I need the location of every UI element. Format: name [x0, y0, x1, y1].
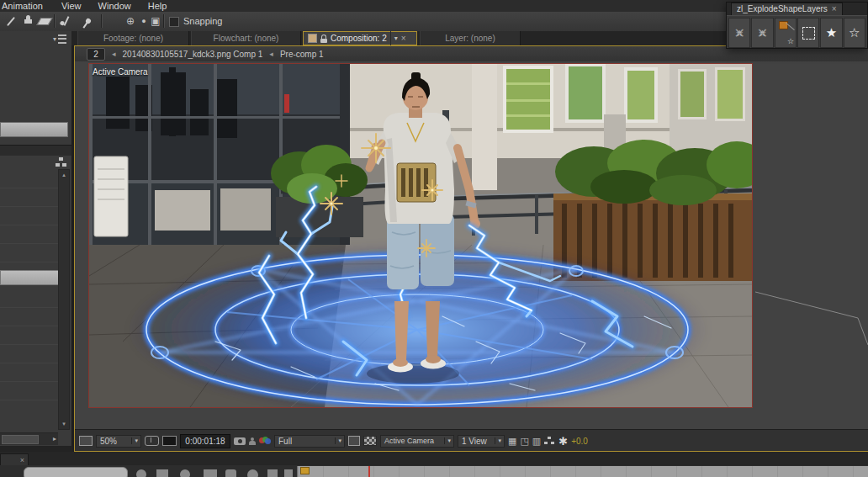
timeline-icon[interactable]: [225, 469, 236, 477]
axis-view-icon[interactable]: ▣: [148, 14, 163, 28]
star-outline-button[interactable]: ☆: [844, 18, 865, 48]
menu-animation[interactable]: Animation: [2, 0, 43, 12]
scroll-down-icon[interactable]: ▾: [59, 421, 69, 427]
scroll-right-icon[interactable]: ▸: [53, 435, 56, 443]
magnification-select[interactable]: 50% ▾: [96, 435, 141, 448]
composition-pasteboard: Active Camera: [75, 61, 868, 429]
snapping-checkbox[interactable]: [169, 17, 179, 27]
composition-viewport[interactable]: [88, 63, 753, 408]
comp-color-swatch: [308, 34, 317, 43]
roto-brush-tool-icon[interactable]: [59, 14, 74, 28]
list-item[interactable]: [0, 326, 58, 345]
list-item[interactable]: [0, 289, 58, 308]
region-of-interest-icon[interactable]: [162, 436, 177, 447]
transparency-grid-icon[interactable]: [363, 436, 377, 447]
timeline-button-icon[interactable]: ▥: [532, 436, 541, 447]
script-panel-title: zl_ExplodeShapeLayers: [737, 3, 828, 15]
flowchart-view-icon[interactable]: [56, 157, 67, 167]
menu-view[interactable]: View: [61, 0, 82, 12]
left-panel-button[interactable]: [0, 122, 68, 137]
viewer-menu-arrow-icon[interactable]: ▾: [390, 31, 398, 45]
timeline-icon[interactable]: [156, 469, 168, 477]
timeline-icon[interactable]: [204, 469, 217, 477]
list-item[interactable]: [0, 206, 58, 225]
list-item[interactable]: [0, 225, 58, 244]
breadcrumb-comp-2[interactable]: Pre-comp 1: [280, 50, 324, 59]
grid-guides-icon[interactable]: ▦: [508, 436, 516, 447]
view-layout-select[interactable]: 1 View ▾: [458, 435, 505, 448]
target-region-icon[interactable]: [348, 436, 360, 447]
list-item[interactable]: [0, 169, 58, 188]
select-shape-contents-button[interactable]: [797, 18, 819, 48]
left-panel-list: ▴ ▾ ▸: [0, 156, 72, 446]
pixel-aspect-icon[interactable]: ◳: [520, 436, 528, 447]
scroll-up-icon[interactable]: ▴: [59, 172, 69, 178]
list-item[interactable]: [0, 188, 58, 207]
vertical-scrollbar[interactable]: ▴ ▾: [58, 169, 70, 430]
timeline-icon[interactable]: [136, 469, 146, 477]
after-effects-window: Animation View Window Help ⊕ ● ▣ Snappin…: [0, 0, 868, 477]
eraser-tool-icon[interactable]: [37, 14, 52, 28]
puppet-pin-tool-icon[interactable]: [81, 14, 96, 28]
tab-close-icon[interactable]: ×: [401, 31, 406, 45]
breadcrumb-arrow-icon: ◂: [112, 50, 116, 58]
script-panel-tab[interactable]: zl_ExplodeShapeLayers ×: [731, 3, 843, 15]
list-item[interactable]: [0, 344, 58, 363]
toolbar-divider: [101, 14, 103, 28]
toolbar-divider: [163, 14, 165, 28]
list-item[interactable]: [0, 363, 58, 382]
list-item-selected[interactable]: [0, 270, 61, 285]
timeline-icon[interactable]: [284, 469, 293, 477]
hamburger-icon: [58, 34, 66, 44]
star-outline-icon: ☆: [729, 19, 749, 47]
list-item[interactable]: [0, 381, 58, 400]
timeline-icon[interactable]: [267, 469, 278, 477]
tab-footage[interactable]: Footage: (none): [77, 31, 189, 45]
timeline-icon[interactable]: [180, 469, 190, 477]
menu-window[interactable]: Window: [98, 0, 131, 12]
explode-shape-layers-button[interactable]: ✕ ☆: [728, 18, 750, 48]
current-time-display[interactable]: 0:00:01:18: [180, 434, 230, 448]
composition-image: [89, 64, 752, 407]
snapshot-camera-icon[interactable]: [234, 436, 246, 447]
panel-menu-icon[interactable]: ▾: [53, 34, 66, 44]
menu-help[interactable]: Help: [148, 0, 167, 12]
tab-flowchart[interactable]: Flowchart: (none): [191, 31, 301, 45]
show-snapshot-icon[interactable]: [249, 436, 256, 447]
lock-icon[interactable]: [320, 34, 327, 43]
script-panel-close-icon[interactable]: ×: [832, 3, 837, 15]
show-channels-icon[interactable]: [259, 436, 271, 447]
exposure-value[interactable]: +0.0: [571, 437, 588, 446]
timeline-icon[interactable]: [247, 469, 258, 477]
exposure-aperture-icon[interactable]: ✱: [558, 436, 568, 447]
camera-view-value: Active Camera: [381, 437, 444, 445]
work-area-marker[interactable]: [300, 467, 310, 474]
magnification-value: 50%: [97, 437, 131, 446]
timeline-search-input[interactable]: [24, 467, 128, 477]
brush-tool-icon[interactable]: [3, 14, 19, 28]
scrollbar-thumb[interactable]: [2, 435, 39, 444]
playhead[interactable]: [368, 466, 370, 477]
comp-count-badge[interactable]: 2: [87, 48, 105, 61]
breadcrumb-comp-1[interactable]: 20140830105517_kdck3.png Comp 1: [123, 50, 263, 59]
script-panel: zl_ExplodeShapeLayers × ✕ ☆ ✕ ☆ ☆ ★: [726, 2, 868, 49]
resolution-select[interactable]: Full ▾: [274, 435, 345, 448]
timeline-ruler[interactable]: [297, 466, 868, 477]
list-item[interactable]: [0, 243, 58, 262]
horizontal-scrollbar[interactable]: ▸: [0, 432, 58, 445]
explode-all-shape-layers-button[interactable]: ✕ ☆: [751, 18, 773, 48]
flowchart-button-icon[interactable]: [544, 436, 555, 447]
script-panel-body: ✕ ☆ ✕ ☆ ☆ ★ ☆: [727, 15, 867, 51]
safe-margins-icon[interactable]: [145, 436, 159, 447]
always-preview-icon[interactable]: [79, 436, 93, 447]
star-filled-button[interactable]: ★: [820, 18, 842, 48]
star-filled-icon: ★: [821, 19, 841, 47]
camera-view-select[interactable]: Active Camera ▾: [380, 435, 454, 448]
explode-precomp-button[interactable]: ☆: [775, 18, 797, 48]
tab-composition[interactable]: Composition: 2 ▾ ×: [303, 31, 417, 45]
list-item[interactable]: [0, 307, 58, 326]
clone-stamp-tool-icon[interactable]: [20, 14, 35, 28]
tab-layer[interactable]: Layer: (none): [420, 31, 521, 45]
timeline-tab[interactable]: ×: [0, 453, 29, 465]
dropdown-arrow-icon: ▾: [495, 437, 504, 444]
